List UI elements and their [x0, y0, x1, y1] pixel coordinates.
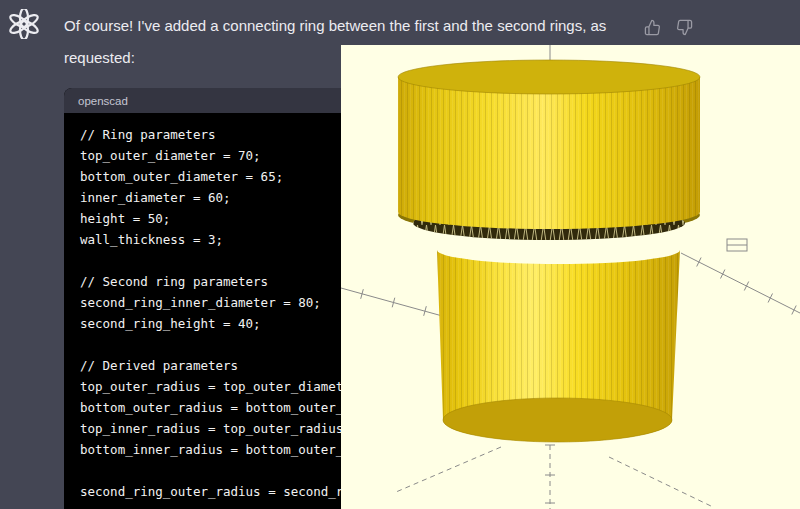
- thumbs-down-button[interactable]: [676, 18, 694, 36]
- bottom-face: [443, 398, 672, 442]
- chat-app: Of course! I've added a connecting ring …: [0, 0, 800, 509]
- openscad-viewport: [341, 45, 800, 509]
- render-3d-model: [341, 45, 800, 509]
- top-face: [398, 60, 700, 94]
- assistant-avatar: [8, 8, 40, 40]
- thumbs-down-icon: [676, 19, 693, 36]
- thumbs-up-icon: [644, 19, 661, 36]
- openai-logo-icon: [9, 9, 39, 39]
- message-feedback: [644, 18, 694, 36]
- code-language-label: openscad: [78, 95, 128, 107]
- thumbs-up-button[interactable]: [644, 18, 662, 36]
- message-line-1: Of course! I've added a connecting ring …: [64, 10, 639, 42]
- bottom-cylinder: [437, 250, 680, 442]
- top-cylinder: [398, 60, 700, 229]
